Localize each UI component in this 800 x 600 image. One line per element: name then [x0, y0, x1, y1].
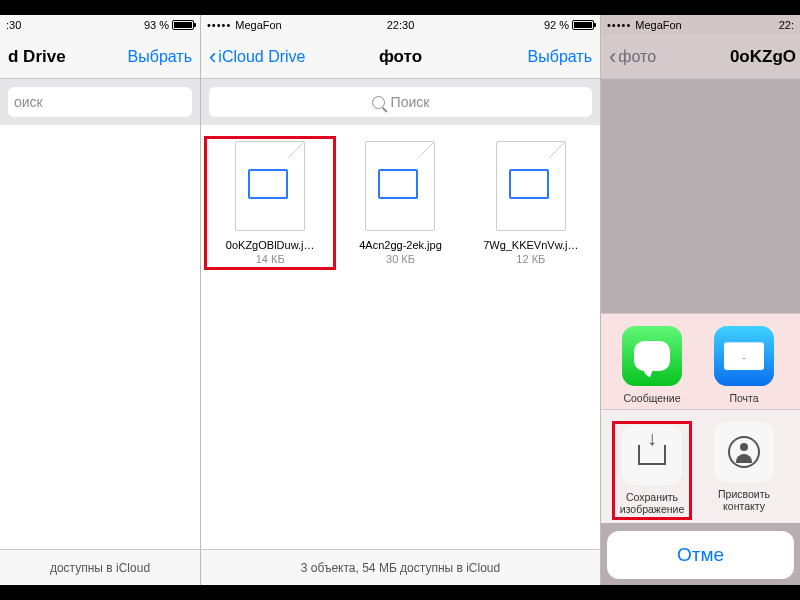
file-thumbnail-icon: [496, 141, 566, 231]
file-item[interactable]: 0oKZgOBlDuw.j… 14 КБ: [205, 137, 335, 269]
footer-text: 3 объекта, 54 МБ доступны в iCloud: [301, 561, 500, 575]
status-bar: ••••• MegaFon 22:: [601, 15, 800, 35]
action-save-image[interactable]: Сохранить изображение: [613, 422, 691, 519]
chevron-left-icon: ‹: [609, 46, 616, 68]
carrier-label: MegaFon: [635, 19, 681, 31]
signal-dots-icon: •••••: [607, 19, 631, 31]
select-button[interactable]: Выбрать: [528, 48, 592, 66]
file-item[interactable]: 7Wg_KKEVnVw.j… 12 КБ: [466, 137, 596, 269]
search-placeholder: Поиск: [391, 94, 430, 110]
time-partial: :30: [6, 19, 21, 31]
screenshot-1: :30 93 % d Drive Выбрать оиск доступны в…: [0, 15, 200, 585]
file-item[interactable]: 4Acn2gg-2ek.jpg 30 КБ: [335, 137, 465, 269]
search-placeholder-partial: оиск: [14, 94, 43, 110]
action-assign-contact[interactable]: Присвоить контакту: [705, 422, 783, 519]
save-image-icon: [622, 425, 682, 485]
file-size: 12 КБ: [516, 253, 545, 265]
back-label: фото: [618, 48, 656, 66]
search-field[interactable]: Поиск: [209, 87, 592, 117]
contact-icon: [714, 422, 774, 482]
back-button[interactable]: ‹ фото: [609, 46, 656, 68]
screenshot-2: ••••• MegaFon 22:30 92 % ‹ iCloud Drive …: [200, 15, 600, 585]
footer-text-partial: доступны в iCloud: [50, 561, 150, 575]
cancel-button[interactable]: Отме: [607, 531, 794, 579]
search-field[interactable]: оиск: [8, 87, 192, 117]
content-area: [0, 125, 200, 555]
share-mail[interactable]: Почта: [705, 326, 783, 405]
file-thumbnail-icon: [365, 141, 435, 231]
footer-status: доступны в iCloud: [0, 549, 200, 585]
nav-title-partial: 0oKZgO: [730, 47, 796, 67]
share-apps-row: Сообщение Почта: [601, 313, 800, 409]
share-sheet: Сообщение Почта Сохранить изображение: [601, 313, 800, 585]
select-button[interactable]: Выбрать: [128, 48, 192, 66]
search-bar-container: Поиск: [201, 79, 600, 125]
footer-status: 3 объекта, 54 МБ доступны в iCloud: [201, 549, 600, 585]
share-actions-row: Сохранить изображение Присвоить контакту: [601, 409, 800, 523]
nav-bar: ‹ фото 0oKZgO: [601, 35, 800, 79]
clock: 22:30: [201, 19, 600, 31]
nav-bar: ‹ iCloud Drive фото Выбрать: [201, 35, 600, 79]
battery-indicator: 93 %: [144, 19, 194, 31]
share-item-label: Сохранить изображение: [616, 491, 688, 516]
screenshot-3: ••••• MegaFon 22: ‹ фото 0oKZgO Сообщени…: [600, 15, 800, 585]
file-name: 7Wg_KKEVnVw.j…: [483, 239, 578, 251]
back-label: iCloud Drive: [218, 48, 305, 66]
search-bar-container: оиск: [0, 79, 200, 125]
share-messages[interactable]: Сообщение: [613, 326, 691, 405]
file-name: 0oKZgOBlDuw.j…: [226, 239, 315, 251]
clock-partial: 22:: [779, 19, 794, 31]
status-bar: ••••• MegaFon 22:30 92 %: [201, 15, 600, 35]
share-item-label: Почта: [729, 392, 758, 405]
messages-icon: [622, 326, 682, 386]
mail-icon: [714, 326, 774, 386]
share-item-label: Присвоить контакту: [705, 488, 783, 513]
search-icon: [372, 96, 385, 109]
battery-percent: 93 %: [144, 19, 169, 31]
back-button[interactable]: ‹ iCloud Drive: [209, 46, 305, 68]
nav-bar: d Drive Выбрать: [0, 35, 200, 79]
file-grid: 0oKZgOBlDuw.j… 14 КБ 4Acn2gg-2ek.jpg 30 …: [201, 125, 600, 555]
file-name: 4Acn2gg-2ek.jpg: [359, 239, 442, 251]
nav-title-partial: d Drive: [8, 47, 66, 67]
cancel-label-partial: Отме: [677, 544, 724, 566]
share-item-label: Сообщение: [623, 392, 680, 405]
file-size: 14 КБ: [256, 253, 285, 265]
file-thumbnail-icon: [235, 141, 305, 231]
chevron-left-icon: ‹: [209, 46, 216, 68]
file-size: 30 КБ: [386, 253, 415, 265]
status-bar: :30 93 %: [0, 15, 200, 35]
